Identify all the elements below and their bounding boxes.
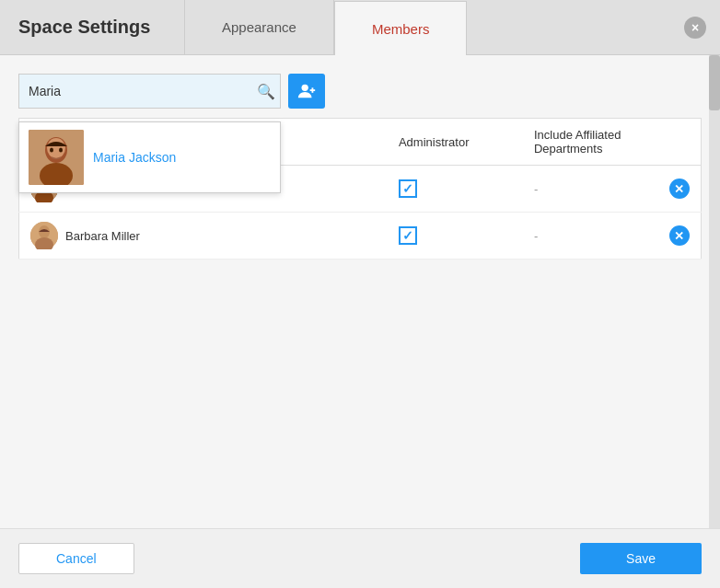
member-name-cell: Barbara Miller xyxy=(19,213,388,259)
maria-avatar-img xyxy=(29,130,84,185)
cancel-button[interactable]: Cancel xyxy=(18,543,134,574)
member-cell-barbara: Barbara Miller xyxy=(30,222,377,249)
admin-cell-barbara: ✓ xyxy=(388,213,523,259)
close-button[interactable]: × xyxy=(684,17,706,39)
search-row: 🔍 xyxy=(18,74,702,109)
admin-cell-john: ✓ xyxy=(388,166,523,213)
save-button[interactable]: Save xyxy=(580,543,702,574)
search-dropdown: Maria Jackson xyxy=(18,121,281,193)
modal-body: 🔍 xyxy=(0,55,720,528)
modal-header: Space Settings Appearance Members × xyxy=(0,0,720,55)
dropdown-avatar xyxy=(29,130,84,185)
space-settings-modal: Space Settings Appearance Members × 🔍 xyxy=(0,0,720,588)
action-cell-barbara: ✕ xyxy=(658,213,702,259)
tab-members-label: Members xyxy=(372,21,430,37)
checkmark-icon: ✓ xyxy=(402,181,413,196)
affiliated-value-john: - xyxy=(534,182,538,196)
scrollbar[interactable] xyxy=(709,55,720,528)
search-wrapper: 🔍 xyxy=(18,74,281,109)
col-header-administrator: Administrator xyxy=(388,119,523,166)
add-member-button[interactable] xyxy=(288,74,325,109)
search-input[interactable] xyxy=(18,74,281,109)
search-icon: 🔍 xyxy=(257,84,275,99)
checkmark-icon: ✓ xyxy=(402,228,413,243)
remove-button-barbara[interactable]: ✕ xyxy=(669,225,690,246)
admin-checkbox-barbara[interactable]: ✓ xyxy=(399,226,417,245)
svg-point-8 xyxy=(59,148,63,153)
modal-footer: Cancel Save xyxy=(0,528,720,588)
svg-point-7 xyxy=(50,148,53,153)
dropdown-item-maria-jackson[interactable]: Maria Jackson xyxy=(19,122,280,192)
action-cell-john: ✕ xyxy=(658,166,702,213)
tab-appearance-label: Appearance xyxy=(222,19,296,35)
modal-title: Space Settings xyxy=(0,0,184,54)
table-row: Barbara Miller ✓ - ✕ xyxy=(19,213,702,259)
barbara-avatar-svg xyxy=(30,222,58,249)
tab-appearance[interactable]: Appearance xyxy=(184,0,334,54)
close-icon: ✕ xyxy=(674,229,684,243)
affiliated-cell-barbara: - xyxy=(523,213,658,259)
maria-avatar-svg xyxy=(29,130,84,185)
affiliated-cell-john: - xyxy=(523,166,658,213)
avatar-barbara-miller xyxy=(30,222,58,249)
dropdown-item-name: Maria Jackson xyxy=(93,150,176,165)
svg-point-0 xyxy=(302,85,308,91)
col-header-action xyxy=(658,119,702,166)
svg-point-6 xyxy=(47,138,65,158)
tab-members[interactable]: Members xyxy=(334,1,468,55)
tabs-container: Appearance Members xyxy=(184,0,467,54)
col-header-affiliated: Include Affiliated Departments xyxy=(523,119,658,166)
member-name-barbara: Barbara Miller xyxy=(65,229,140,243)
close-icon: ✕ xyxy=(674,182,684,196)
person-add-icon xyxy=(296,81,317,101)
remove-button-john[interactable]: ✕ xyxy=(669,179,690,199)
admin-checkbox-john[interactable]: ✓ xyxy=(399,179,417,198)
affiliated-value-barbara: - xyxy=(534,229,538,243)
search-button[interactable]: 🔍 xyxy=(257,83,275,100)
scrollbar-thumb[interactable] xyxy=(709,55,720,110)
